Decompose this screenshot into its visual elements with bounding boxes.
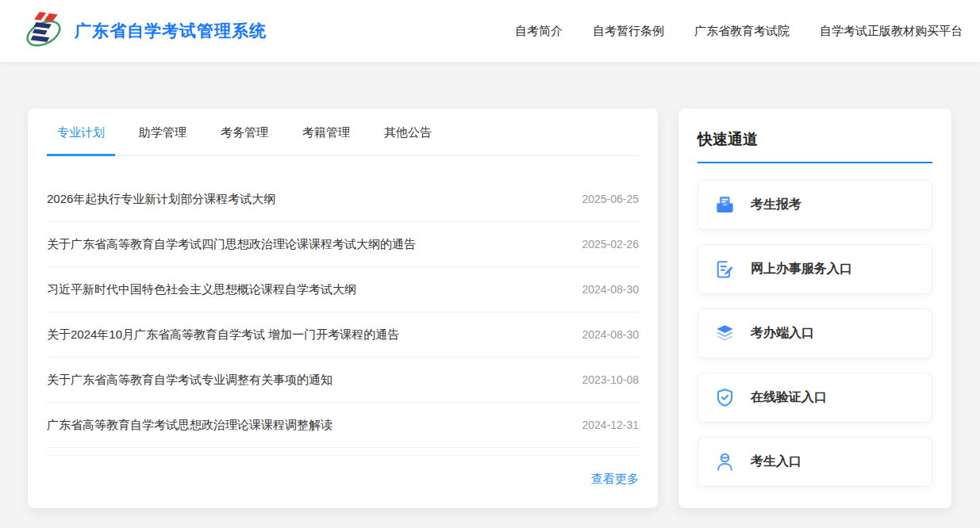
site-logo-icon[interactable] bbox=[24, 10, 63, 52]
quick-link-label: 考生入口 bbox=[751, 453, 801, 470]
top-nav: 自考简介 自考暂行条例 广东省教育考试院 自学考试正版教材购买平台 bbox=[515, 24, 963, 39]
tab-exam-affairs[interactable]: 考务管理 bbox=[210, 109, 279, 155]
news-list: 2026年起执行专业新计划部分课程考试大纲 2025-06-25 关于广东省高等… bbox=[47, 177, 639, 448]
quick-link-label: 在线验证入口 bbox=[751, 389, 827, 406]
shield-check-icon bbox=[714, 387, 736, 408]
inbox-icon bbox=[714, 194, 736, 216]
page-title: 广东省自学考试管理系统 bbox=[75, 20, 267, 42]
news-row[interactable]: 关于广东省高等教育自学考试专业调整有关事项的通知 2023-10-08 bbox=[47, 358, 639, 403]
header: 广东省自学考试管理系统 自考简介 自考暂行条例 广东省教育考试院 自学考试正版教… bbox=[0, 0, 980, 62]
news-title-link[interactable]: 2026年起执行专业新计划部分课程考试大纲 bbox=[47, 192, 275, 207]
news-date: 2023-10-08 bbox=[582, 373, 639, 386]
tab-study-support[interactable]: 助学管理 bbox=[129, 109, 197, 155]
form-edit-icon bbox=[714, 258, 736, 280]
news-row[interactable]: 习近平新时代中国特色社会主义思想概论课程自学考试大纲 2024-08-30 bbox=[47, 267, 639, 312]
news-tabs: 专业计划 助学管理 考务管理 考籍管理 其他公告 bbox=[47, 109, 639, 156]
nav-item-regulations[interactable]: 自考暂行条例 bbox=[593, 24, 664, 39]
quick-links-list: 考生报考 网上办事服务入口 bbox=[698, 180, 932, 487]
news-title-link[interactable]: 关于广东省高等教育自学考试四门思想政治理论课课程考试大纲的通告 bbox=[47, 237, 416, 252]
news-row[interactable]: 关于广东省高等教育自学考试四门思想政治理论课课程考试大纲的通告 2025-02-… bbox=[47, 222, 639, 267]
news-title-link[interactable]: 关于2024年10月广东省高等教育自学考试 增加一门开考课程的通告 bbox=[47, 327, 399, 342]
quick-channel-panel: 快速通道 考生报考 bbox=[678, 109, 951, 508]
news-date: 2025-06-25 bbox=[582, 193, 639, 205]
tab-major-plans[interactable]: 专业计划 bbox=[47, 109, 115, 155]
news-row[interactable]: 关于2024年10月广东省高等教育自学考试 增加一门开考课程的通告 2024-0… bbox=[47, 312, 639, 358]
quick-link-candidate-registration[interactable]: 考生报考 bbox=[698, 180, 932, 230]
news-title-link[interactable]: 广东省高等教育自学考试思想政治理论课课程调整解读 bbox=[47, 418, 332, 433]
quick-link-candidate-portal[interactable]: 考生入口 bbox=[698, 437, 932, 487]
view-more-link[interactable]: 查看更多 bbox=[591, 472, 639, 487]
news-footer: 查看更多 bbox=[47, 455, 639, 487]
quick-link-exam-office-portal[interactable]: 考办端入口 bbox=[698, 308, 932, 358]
news-row[interactable]: 2026年起执行专业新计划部分课程考试大纲 2025-06-25 bbox=[47, 177, 639, 222]
tab-exam-records[interactable]: 考籍管理 bbox=[292, 109, 360, 155]
news-date: 2024-08-30 bbox=[582, 328, 639, 341]
tab-other-notices[interactable]: 其他公告 bbox=[374, 109, 442, 155]
nav-item-exam-authority[interactable]: 广东省教育考试院 bbox=[694, 24, 790, 39]
quick-link-label: 考生报考 bbox=[751, 197, 801, 213]
user-icon bbox=[714, 451, 736, 473]
quick-channel-title: 快速通道 bbox=[698, 129, 932, 163]
news-panel: 专业计划 助学管理 考务管理 考籍管理 其他公告 2026年起执行专业新计划部分… bbox=[28, 109, 658, 508]
quick-link-label: 考办端入口 bbox=[751, 325, 814, 342]
news-date: 2024-08-30 bbox=[582, 283, 639, 296]
exam-board-logo-icon bbox=[24, 10, 63, 52]
main-content: 专业计划 助学管理 考务管理 考籍管理 其他公告 2026年起执行专业新计划部分… bbox=[0, 62, 980, 508]
news-title-link[interactable]: 习近平新时代中国特色社会主义思想概论课程自学考试大纲 bbox=[47, 282, 356, 297]
news-title-link[interactable]: 关于广东省高等教育自学考试专业调整有关事项的通知 bbox=[47, 373, 332, 388]
nav-item-textbook-platform[interactable]: 自学考试正版教材购买平台 bbox=[820, 24, 963, 39]
quick-link-label: 网上办事服务入口 bbox=[751, 261, 852, 277]
news-date: 2024-12-31 bbox=[582, 419, 639, 431]
nav-item-intro[interactable]: 自考简介 bbox=[515, 24, 563, 39]
news-row[interactable]: 广东省高等教育自学考试思想政治理论课课程调整解读 2024-12-31 bbox=[47, 403, 639, 448]
layers-icon bbox=[714, 323, 736, 344]
quick-link-online-services[interactable]: 网上办事服务入口 bbox=[698, 244, 932, 294]
quick-link-online-verification[interactable]: 在线验证入口 bbox=[698, 373, 932, 423]
news-date: 2025-02-26 bbox=[582, 238, 639, 251]
